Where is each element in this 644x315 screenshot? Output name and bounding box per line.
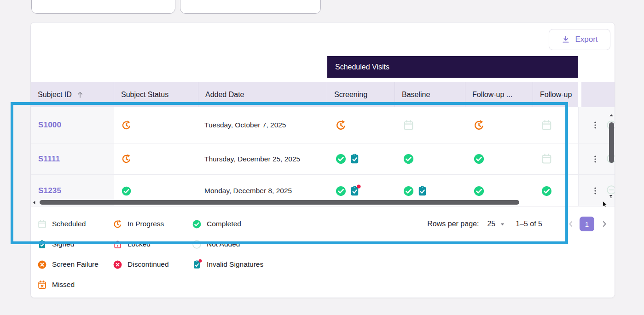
legend-item-discontinued: Discontinued xyxy=(113,254,192,275)
column-header-label: Added Date xyxy=(205,91,244,99)
legend-item-signed: Signed xyxy=(37,234,113,254)
in-progress-icon xyxy=(121,154,132,164)
column-header-added_date[interactable]: Added Date xyxy=(198,82,327,107)
locked-icon xyxy=(113,240,122,249)
scheduled-icon[interactable] xyxy=(541,120,552,131)
followup_1-visit-cell xyxy=(465,107,533,143)
horizontal-scrollbar-thumb[interactable] xyxy=(40,200,519,205)
scroll-left-arrow-icon[interactable] xyxy=(32,200,37,205)
next-page-button[interactable] xyxy=(600,219,609,229)
legend-label: Completed xyxy=(207,220,241,228)
screening-visit-cell xyxy=(327,143,395,174)
added-date-cell: Thursday, December 25, 2025 xyxy=(198,143,327,174)
table-footer: Scheduled In Progress Completed Signed L… xyxy=(31,206,615,298)
not-added-icon xyxy=(192,240,202,249)
baseline-visit-cell xyxy=(395,107,465,143)
followup_1-visit-cell xyxy=(465,143,533,174)
signed-invalid-icon[interactable] xyxy=(349,185,360,197)
column-header-followup_1[interactable]: Follow-up ... xyxy=(465,82,533,107)
legend-label: In Progress xyxy=(128,220,164,228)
completed-icon[interactable] xyxy=(403,153,414,165)
legend-item-missed: Missed xyxy=(37,275,113,295)
completed-icon[interactable] xyxy=(335,153,347,165)
legend-label: Not Added xyxy=(207,240,240,248)
legend-label: Scheduled xyxy=(52,220,86,228)
in-progress-icon[interactable] xyxy=(473,120,485,131)
completed-icon xyxy=(192,219,202,229)
signed-icon[interactable] xyxy=(349,153,360,165)
legend-label: Invalid Signatures xyxy=(207,260,263,269)
row-actions-kebab-button[interactable] xyxy=(590,185,601,196)
followup_2-visit-cell xyxy=(533,143,578,174)
legend-item-scheduled: Scheduled xyxy=(37,214,113,234)
table-body: S1000 Tuesday, October 7, 2025 S1111 Thu… xyxy=(31,107,615,207)
column-header-label: Subject ID xyxy=(38,91,72,99)
scroll-up-arrow-icon[interactable] xyxy=(609,113,614,118)
scheduled-icon xyxy=(37,219,47,229)
column-header-actions xyxy=(578,82,615,107)
in-progress-icon[interactable] xyxy=(335,120,347,131)
row-actions-kebab-button[interactable] xyxy=(590,154,601,165)
scheduled-icon[interactable] xyxy=(403,120,414,131)
subject-status-cell xyxy=(114,143,198,174)
legend-label: Missed xyxy=(52,281,75,289)
signed-icon[interactable] xyxy=(417,185,428,197)
legend-label: Signed xyxy=(52,240,74,248)
page-1-button[interactable]: 1 xyxy=(580,217,594,231)
added-date-cell: Tuesday, October 7, 2025 xyxy=(198,107,327,143)
filter-input-2[interactable] xyxy=(180,0,321,14)
scroll-down-indicator-icon xyxy=(608,193,614,200)
rows-per-page-select[interactable]: 25 xyxy=(487,220,495,228)
subject-id-link[interactable]: S1235 xyxy=(38,186,61,195)
column-header-label: Baseline xyxy=(402,91,430,99)
column-header-followup_2[interactable]: Follow-up xyxy=(533,82,578,107)
column-header-subject_id[interactable]: Subject ID xyxy=(31,82,114,107)
column-header-label: Follow-up xyxy=(540,91,572,99)
completed-icon[interactable] xyxy=(541,185,552,197)
table-row: S1000 Tuesday, October 7, 2025 xyxy=(31,107,615,143)
baseline-visit-cell xyxy=(395,143,465,174)
subject-id-link[interactable]: S1000 xyxy=(38,120,61,130)
horizontal-scrollbar[interactable] xyxy=(32,199,578,206)
subject-status-cell xyxy=(114,107,198,143)
column-header-screening[interactable]: Screening xyxy=(327,82,395,107)
pagination: Rows per page: 25 1–5 of 5 1 xyxy=(427,214,609,234)
legend-item-signed-invalid: Invalid Signatures xyxy=(192,254,321,275)
scheduled-icon[interactable] xyxy=(541,153,552,165)
screening-visit-cell xyxy=(327,107,395,143)
export-button[interactable]: Export xyxy=(549,29,610,50)
table-header-row: Subject ID Subject StatusAdded DateScree… xyxy=(31,82,615,107)
vertical-scrollbar-thumb[interactable] xyxy=(609,122,614,163)
legend-item-not-added: Not Added xyxy=(192,234,321,254)
screen-failure-icon xyxy=(37,260,47,269)
screen: Export Scheduled Visits Subject ID Subje… xyxy=(0,0,644,315)
column-header-label: Screening xyxy=(334,91,367,99)
subject-id-link[interactable]: S1111 xyxy=(38,155,60,164)
invalid-signatures-icon xyxy=(192,260,202,269)
sort-ascending-icon xyxy=(76,91,84,99)
rows-per-page-label: Rows per page: xyxy=(427,220,479,228)
download-icon xyxy=(561,35,570,44)
missed-icon xyxy=(37,280,47,290)
completed-icon xyxy=(121,186,132,196)
followup_2-visit-cell xyxy=(533,107,578,143)
column-header-baseline[interactable]: Baseline xyxy=(395,82,465,107)
column-header-label: Subject Status xyxy=(121,91,168,99)
in-progress-icon xyxy=(113,219,122,229)
completed-icon[interactable] xyxy=(335,185,347,197)
column-header-label: Follow-up ... xyxy=(472,91,512,99)
completed-icon[interactable] xyxy=(403,185,414,197)
column-header-subject_status[interactable]: Subject Status xyxy=(114,82,198,107)
previous-page-button[interactable] xyxy=(566,219,575,229)
caret-down-icon[interactable] xyxy=(499,220,506,228)
legend-label: Screen Failure xyxy=(52,260,99,269)
row-actions-kebab-button[interactable] xyxy=(590,120,601,131)
filter-input-1[interactable] xyxy=(31,0,175,14)
completed-icon[interactable] xyxy=(473,153,485,165)
completed-icon[interactable] xyxy=(473,185,485,197)
table-row: S1111 Thursday, December 25, 2025 xyxy=(31,143,615,175)
legend-item-completed: Completed xyxy=(192,214,321,234)
legend-label: Locked xyxy=(128,240,151,248)
legend-item-in-progress: In Progress xyxy=(113,214,192,234)
legend-label: Discontinued xyxy=(128,260,169,269)
